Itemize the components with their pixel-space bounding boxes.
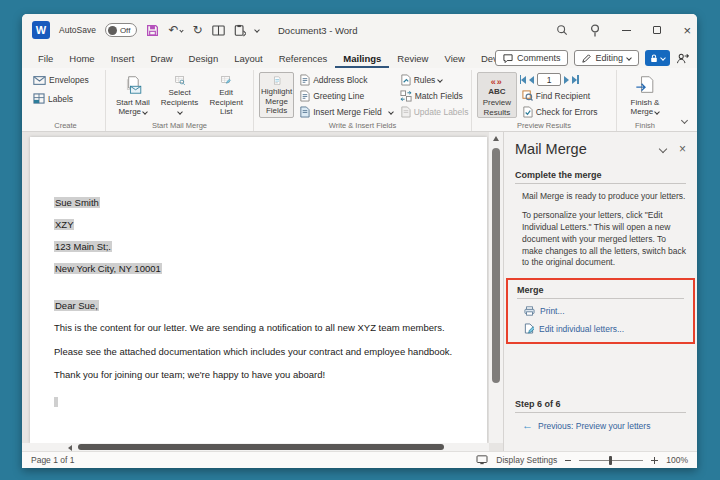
editing-mode-button[interactable]: Editing — [574, 50, 639, 66]
chevron-down-icon — [180, 28, 184, 32]
record-number-input[interactable] — [537, 73, 561, 86]
pane-options-icon[interactable] — [659, 145, 667, 153]
finish-merge-button[interactable]: Finish & Merge — [622, 72, 668, 118]
tab-home[interactable]: Home — [61, 50, 102, 68]
back-arrow-icon: ← — [522, 420, 533, 431]
zoom-in-icon[interactable] — [651, 457, 658, 464]
protect-share-button[interactable] — [645, 50, 670, 66]
labels-button[interactable]: Labels — [31, 92, 100, 105]
envelopes-button[interactable]: Envelopes — [31, 74, 100, 86]
preview-results-button[interactable]: «» ABC Preview Results — [477, 72, 517, 118]
select-recipients-icon — [169, 75, 191, 86]
tab-layout[interactable]: Layout — [226, 50, 271, 68]
scroll-up-icon[interactable] — [493, 136, 499, 141]
insert-merge-field-button[interactable]: Insert Merge Field — [297, 105, 395, 119]
last-record-button[interactable] — [572, 75, 579, 84]
vertical-scroll-thumb[interactable] — [492, 148, 500, 383]
page-count[interactable]: Page 1 of 1 — [31, 455, 74, 465]
horizontal-scroll-thumb[interactable] — [78, 444, 444, 450]
rules-icon — [400, 74, 411, 86]
greeting-line-icon — [299, 90, 310, 102]
find-recipient-button[interactable]: Find Recipient — [520, 89, 611, 102]
search-icon[interactable] — [556, 24, 568, 36]
pencil-icon — [582, 54, 591, 63]
reading-mode-icon[interactable] — [212, 25, 225, 36]
start-mail-merge-icon — [122, 75, 144, 96]
share-icon[interactable] — [676, 53, 689, 64]
tab-file[interactable]: File — [30, 50, 61, 68]
match-fields-button[interactable]: Match Fields — [398, 89, 471, 103]
display-settings-label[interactable]: Display Settings — [496, 455, 557, 465]
close-button[interactable]: × — [683, 24, 691, 37]
edit-individual-letters-link[interactable]: Edit individual letters... — [517, 323, 684, 334]
tab-draw[interactable]: Draw — [142, 50, 180, 68]
merge-field-name: Sue Smith — [54, 197, 100, 208]
rules-button[interactable]: Rules — [398, 73, 471, 87]
collapse-ribbon-button[interactable] — [681, 117, 688, 124]
minimize-button[interactable] — [622, 30, 631, 31]
zoom-level[interactable]: 100% — [666, 455, 688, 465]
check-errors-icon — [522, 106, 533, 118]
zoom-out-icon[interactable] — [565, 460, 571, 461]
edit-recipient-list-button[interactable]: Edit Recipient List — [204, 72, 248, 118]
undo-button[interactable]: ↶ — [168, 24, 183, 36]
print-link[interactable]: Print... — [517, 306, 684, 316]
merge-field-company: XZY — [54, 219, 74, 230]
highlight-merge-fields-button[interactable]: Highlight Merge Fields — [259, 72, 294, 118]
toggle-knob-icon — [108, 26, 117, 35]
comments-button[interactable]: Comments — [495, 50, 569, 66]
merge-annotation-box: Merge Print... Edit individual letters..… — [506, 278, 695, 344]
merge-field-street: 123 Main St;. — [54, 241, 112, 252]
letter-paragraph: Please see the attached documentation wh… — [54, 346, 465, 357]
tab-design[interactable]: Design — [181, 50, 227, 68]
update-labels-icon — [400, 106, 411, 118]
horizontal-scrollbar[interactable] — [22, 443, 489, 451]
tab-references[interactable]: References — [271, 50, 336, 68]
find-recipient-icon — [522, 90, 533, 101]
redo-button[interactable]: ↻ — [192, 24, 202, 36]
labels-icon — [33, 93, 45, 104]
envelope-icon — [33, 76, 46, 85]
tab-view[interactable]: View — [436, 50, 472, 68]
document-title: Document3 - Word — [278, 14, 358, 46]
pane-footer: Step 6 of 6 ← Previous: Preview your let… — [515, 399, 686, 431]
address-block-icon — [299, 74, 310, 86]
pane-ready-text: Mail Merge is ready to produce your lett… — [515, 191, 686, 203]
finish-merge-icon — [634, 75, 656, 96]
zoom-slider[interactable] — [579, 460, 643, 461]
clipboard-icon[interactable] — [234, 24, 246, 37]
tab-mailings[interactable]: Mailings — [335, 50, 389, 68]
comment-icon — [503, 54, 513, 63]
pane-close-icon[interactable]: × — [679, 143, 686, 155]
previous-step-link[interactable]: ← Previous: Preview your letters — [515, 420, 686, 431]
pin-icon[interactable] — [590, 24, 600, 37]
save-icon[interactable] — [146, 24, 159, 37]
zoom-slider-thumb[interactable] — [609, 456, 612, 465]
lock-icon — [650, 54, 658, 63]
quick-access-toolbar: W AutoSave Off ↶ ↻ — [32, 21, 259, 39]
address-block-button[interactable]: Address Block — [297, 73, 395, 87]
greeting-line-button[interactable]: Greeting Line — [297, 89, 395, 103]
merge-field-city: New York City, NY 10001 — [54, 263, 162, 274]
check-for-errors-button[interactable]: Check for Errors — [520, 105, 611, 119]
maximize-button[interactable] — [653, 26, 661, 34]
first-record-button[interactable] — [520, 75, 527, 84]
letter-paragraph: Thank you for joining our team; we're ha… — [54, 369, 465, 380]
qat-overflow-button[interactable] — [255, 28, 259, 32]
select-recipients-button[interactable]: Select Recipients — [158, 72, 202, 118]
update-labels-button: Update Labels — [398, 105, 471, 119]
merge-field-greeting: Dear Sue, — [54, 300, 99, 311]
letter-paragraph: This is the content for our letter. We a… — [54, 322, 465, 333]
mail-merge-pane: Mail Merge × Complete the merge Mail Mer… — [503, 132, 697, 451]
ribbon: Envelopes Labels Create Start Mail Merge… — [22, 68, 697, 132]
autosave-toggle[interactable]: Off — [105, 23, 138, 37]
tab-review[interactable]: Review — [389, 50, 436, 68]
previous-record-button[interactable] — [529, 76, 534, 84]
window-controls: × — [556, 14, 691, 46]
start-mail-merge-button[interactable]: Start Mail Merge — [111, 72, 155, 118]
document-page[interactable]: Sue Smith XZY 123 Main St;. New York Cit… — [30, 137, 487, 443]
vertical-scrollbar[interactable] — [489, 132, 503, 443]
tab-insert[interactable]: Insert — [103, 50, 143, 68]
group-write-insert-fields: Highlight Merge Fields Address Block Gre… — [254, 70, 472, 131]
next-record-button[interactable] — [564, 76, 569, 84]
